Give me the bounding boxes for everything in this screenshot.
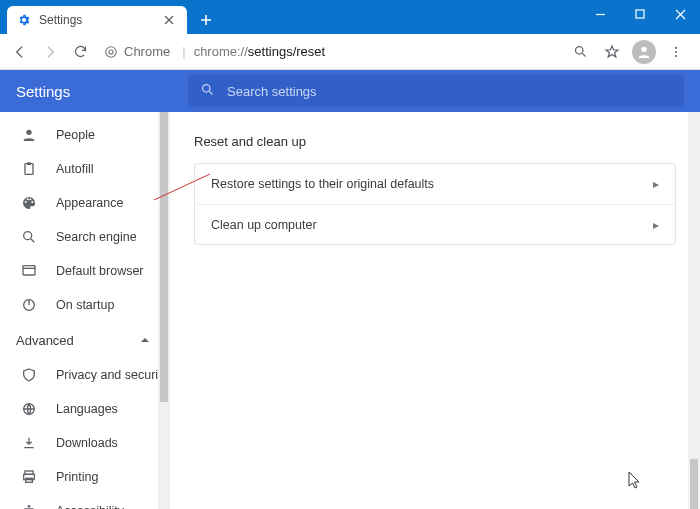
toolbar-right — [566, 38, 694, 66]
svg-point-2 — [109, 49, 113, 53]
globe-icon — [20, 400, 38, 418]
window-close-button[interactable] — [660, 0, 700, 28]
svg-point-12 — [24, 232, 32, 240]
search-icon — [20, 228, 38, 246]
sidebar-item-languages[interactable]: Languages — [0, 392, 170, 426]
sidebar-item-downloads[interactable]: Downloads — [0, 426, 170, 460]
reset-card: Restore settings to their original defau… — [194, 163, 676, 245]
sidebar-item-label: Default browser — [56, 264, 144, 278]
search-icon — [200, 82, 215, 101]
sidebar-item-label: Privacy and security — [56, 368, 168, 382]
sidebar-item-label: People — [56, 128, 95, 142]
download-icon — [20, 434, 38, 452]
sidebar-advanced-toggle[interactable]: Advanced — [0, 322, 170, 358]
sidebar-item-autofill[interactable]: Autofill — [0, 152, 170, 186]
search-settings-box[interactable] — [188, 75, 684, 107]
menu-button[interactable] — [662, 38, 690, 66]
sidebar-scroll-thumb[interactable] — [160, 112, 168, 402]
sidebar-item-label: Search engine — [56, 230, 137, 244]
sidebar-item-accessibility[interactable]: Accessibility — [0, 494, 170, 509]
chrome-icon — [104, 45, 118, 59]
close-icon[interactable] — [161, 12, 177, 28]
settings-header: Settings — [0, 70, 700, 112]
browser-icon — [20, 262, 38, 280]
svg-rect-18 — [26, 478, 33, 482]
svg-rect-0 — [636, 10, 644, 18]
back-button[interactable] — [6, 38, 34, 66]
sidebar-item-privacy[interactable]: Privacy and security — [0, 358, 170, 392]
power-icon — [20, 296, 38, 314]
print-icon — [20, 468, 38, 486]
svg-point-1 — [106, 46, 117, 57]
sidebar-item-people[interactable]: People — [0, 118, 170, 152]
row-label: Restore settings to their original defau… — [211, 177, 434, 191]
browser-tab[interactable]: Settings — [7, 6, 187, 34]
cursor-icon — [628, 471, 642, 489]
shield-icon — [20, 366, 38, 384]
sidebar-item-startup[interactable]: On startup — [0, 288, 170, 322]
svg-point-4 — [641, 46, 646, 51]
avatar-icon — [632, 40, 656, 64]
svg-rect-10 — [25, 164, 33, 175]
content-pane: Reset and clean up Restore settings to t… — [170, 112, 700, 509]
forward-button[interactable] — [36, 38, 64, 66]
gear-icon — [17, 13, 31, 27]
page-title: Settings — [16, 83, 188, 100]
svg-point-8 — [203, 84, 211, 92]
content-scroll-thumb[interactable] — [690, 459, 698, 509]
sidebar-item-label: Printing — [56, 470, 98, 484]
palette-icon — [20, 194, 38, 212]
sidebar-item-label: Autofill — [56, 162, 94, 176]
url-origin: Chrome — [124, 44, 170, 59]
svg-point-6 — [675, 50, 677, 52]
address-field[interactable]: chrome://settings/reset — [194, 44, 326, 59]
chevron-up-icon — [140, 333, 150, 348]
address-toolbar: Chrome | chrome://settings/reset — [0, 34, 700, 70]
person-icon — [20, 126, 38, 144]
profile-button[interactable] — [630, 38, 658, 66]
bookmark-button[interactable] — [598, 38, 626, 66]
sidebar-item-label: Appearance — [56, 196, 123, 210]
tab-title: Settings — [39, 13, 82, 27]
svg-point-9 — [26, 130, 31, 135]
sidebar: People Autofill Appearance Search engine… — [0, 112, 170, 509]
sidebar-scroll-track[interactable] — [158, 112, 170, 509]
window-titlebar: Settings — [0, 0, 700, 34]
row-cleanup[interactable]: Clean up computer ▸ — [195, 204, 675, 244]
svg-point-3 — [575, 47, 583, 55]
reload-button[interactable] — [66, 38, 94, 66]
row-label: Clean up computer — [211, 218, 317, 232]
sidebar-item-printing[interactable]: Printing — [0, 460, 170, 494]
clipboard-icon — [20, 160, 38, 178]
sidebar-item-label: On startup — [56, 298, 114, 312]
sidebar-item-label: Languages — [56, 402, 118, 416]
minimize-button[interactable] — [580, 0, 620, 28]
sidebar-item-default-browser[interactable]: Default browser — [0, 254, 170, 288]
svg-point-19 — [28, 505, 31, 508]
search-omnibox-icon[interactable] — [566, 38, 594, 66]
sidebar-item-appearance[interactable]: Appearance — [0, 186, 170, 220]
sidebar-item-search[interactable]: Search engine — [0, 220, 170, 254]
section-title: Reset and clean up — [194, 134, 700, 149]
advanced-label: Advanced — [16, 333, 74, 348]
maximize-button[interactable] — [620, 0, 660, 28]
window-controls — [580, 0, 700, 34]
row-restore-defaults[interactable]: Restore settings to their original defau… — [195, 164, 675, 204]
chevron-right-icon: ▸ — [653, 218, 659, 232]
content-scroll-track[interactable] — [688, 112, 700, 509]
svg-point-7 — [675, 55, 677, 57]
url-separator: | — [182, 44, 185, 59]
svg-point-5 — [675, 46, 677, 48]
accessibility-icon — [20, 502, 38, 509]
svg-rect-13 — [23, 266, 35, 275]
svg-rect-11 — [27, 162, 31, 165]
search-input[interactable] — [227, 84, 672, 99]
chevron-right-icon: ▸ — [653, 177, 659, 191]
new-tab-button[interactable] — [195, 9, 217, 31]
sidebar-item-label: Accessibility — [56, 504, 124, 509]
sidebar-item-label: Downloads — [56, 436, 118, 450]
site-info[interactable]: Chrome | — [104, 44, 192, 59]
